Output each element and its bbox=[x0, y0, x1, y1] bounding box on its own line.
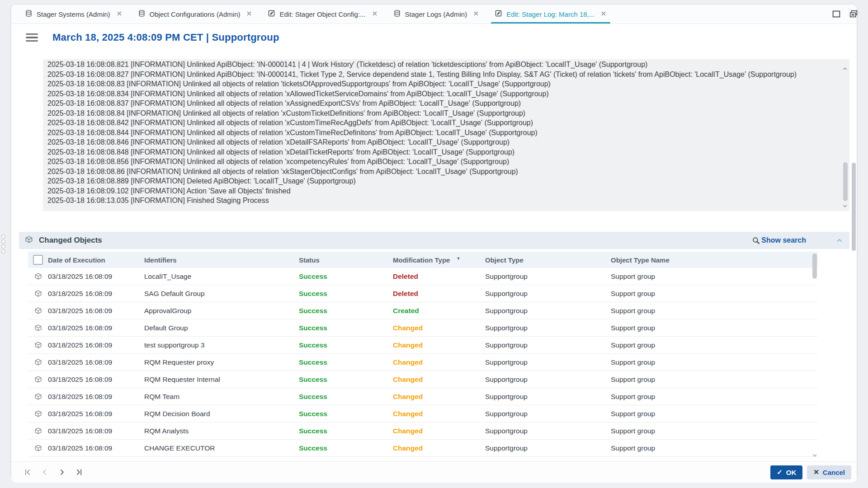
column-header-label: Object Type bbox=[485, 256, 524, 264]
row-status: Success bbox=[299, 272, 393, 281]
page-scrollbar-thumb[interactable] bbox=[852, 163, 856, 251]
column-header-modification-type[interactable]: Modification Type▼ bbox=[393, 256, 485, 264]
table-row-partial bbox=[28, 457, 818, 461]
row-identifier: RQM Requester proxy bbox=[144, 358, 299, 366]
row-modification-type: Deleted bbox=[393, 272, 485, 281]
column-header-date-of-execution[interactable]: Date of Execution bbox=[48, 256, 144, 264]
column-header-status[interactable]: Status bbox=[299, 256, 393, 264]
row-object-type-name: Support group bbox=[611, 307, 818, 315]
row-object-type: Supportgroup bbox=[485, 307, 611, 315]
row-identifier: SAG Default Group bbox=[144, 290, 299, 298]
table-scroll-down-icon[interactable] bbox=[811, 452, 818, 459]
table-row[interactable]: 03/18/2025 16:08:09ApprovalGroupSuccessC… bbox=[28, 302, 818, 319]
tab-close-icon[interactable] bbox=[370, 10, 378, 18]
ok-button[interactable]: ✓ OK bbox=[770, 465, 802, 479]
log-lines: 2025-03-18 16:08:08.821 [INFORMATION] Un… bbox=[43, 59, 849, 209]
last-page-icon[interactable] bbox=[74, 467, 85, 478]
log-line: 2025-03-18 16:08:08.846 [INFORMATION] Un… bbox=[47, 137, 824, 147]
select-all-checkbox[interactable] bbox=[33, 255, 43, 265]
previous-page-icon[interactable] bbox=[39, 467, 50, 478]
row-modification-type: Changed bbox=[393, 341, 485, 349]
log-line: 2025-03-18 16:08:08.848 [INFORMATION] Un… bbox=[47, 147, 824, 157]
row-status: Success bbox=[299, 307, 393, 315]
database-icon bbox=[393, 9, 401, 19]
tab-bar: Stager Systems (Admin)Object Configurati… bbox=[11, 5, 857, 24]
row-date: 03/18/2025 16:08:09 bbox=[48, 358, 144, 366]
tab-close-icon[interactable] bbox=[244, 10, 252, 18]
next-page-icon[interactable] bbox=[57, 467, 67, 478]
log-line: 2025-03-18 16:08:08.834 [INFORMATION] Un… bbox=[47, 89, 824, 99]
window-controls bbox=[831, 5, 859, 23]
tab-edit-stager-object-config[interactable]: Edit: Stager Object Config:... bbox=[268, 5, 377, 23]
header-checkbox-cell bbox=[28, 255, 48, 265]
row-date: 03/18/2025 16:08:09 bbox=[48, 307, 144, 315]
tab-label: Edit: Stager Object Config:... bbox=[279, 10, 365, 18]
table-row[interactable]: 03/18/2025 16:08:09RQM TeamSuccessChange… bbox=[28, 388, 818, 405]
column-header-label: Date of Execution bbox=[48, 256, 105, 264]
log-line: 2025-03-18 16:08:09.102 [INFORMATION] Ac… bbox=[47, 186, 824, 196]
edit-icon bbox=[268, 9, 275, 19]
show-search-button[interactable]: Show search bbox=[752, 236, 806, 245]
row-modification-type: Changed bbox=[393, 410, 485, 418]
table-row[interactable]: 03/18/2025 16:08:09RQM AnalystsSuccessCh… bbox=[28, 422, 818, 440]
log-line: 2025-03-18 16:08:13.035 [INFORMATION] Fi… bbox=[47, 196, 824, 206]
menu-icon[interactable] bbox=[25, 32, 39, 43]
row-modification-type: Changed bbox=[393, 375, 485, 384]
tab-label: Object Configurations (Admin) bbox=[150, 10, 241, 18]
table-row[interactable]: 03/18/2025 16:08:09test supportgroup 3Su… bbox=[28, 337, 818, 354]
table-row[interactable]: 03/18/2025 16:08:09CHANGE EXECUTORSucces… bbox=[28, 440, 818, 457]
log-output-panel[interactable]: 2025-03-18 16:08:08.821 [INFORMATION] Un… bbox=[43, 59, 849, 211]
log-scrollbar[interactable] bbox=[840, 59, 849, 211]
log-line: 2025-03-18 16:08:08.84 [INFORMATION] Unl… bbox=[47, 108, 824, 118]
table-row[interactable]: 03/18/2025 16:08:09SAG Default GroupSucc… bbox=[28, 285, 818, 302]
row-date: 03/18/2025 16:08:09 bbox=[48, 410, 144, 418]
tab-stager-logs-admin[interactable]: Stager Logs (Admin) bbox=[393, 5, 480, 23]
tab-close-icon[interactable] bbox=[471, 10, 479, 18]
tab-edit-stager-log-march-18[interactable]: Edit: Stager Log: March 18,... bbox=[495, 5, 607, 23]
page-title: March 18, 2025 4:08:09 PM CET | Supportg… bbox=[52, 32, 279, 43]
row-identifier: ApprovalGroup bbox=[144, 307, 299, 315]
staged-object-icon bbox=[28, 306, 48, 315]
tab-object-configurations-admin[interactable]: Object Configurations (Admin) bbox=[138, 5, 253, 23]
row-modification-type: Changed bbox=[393, 358, 485, 366]
first-page-icon[interactable] bbox=[22, 467, 33, 478]
row-object-type: Supportgroup bbox=[485, 290, 611, 298]
collapse-section-icon[interactable] bbox=[836, 237, 843, 244]
row-date: 03/18/2025 16:08:09 bbox=[48, 341, 144, 349]
stager-log-editor-window: Stager Systems (Admin)Object Configurati… bbox=[11, 5, 857, 478]
row-date: 03/18/2025 16:08:09 bbox=[48, 324, 144, 332]
close-all-windows-icon[interactable] bbox=[849, 9, 859, 19]
row-object-type: Supportgroup bbox=[485, 341, 611, 349]
cancel-button-label: Cancel bbox=[823, 469, 845, 476]
column-header-object-type-name[interactable]: Object Type Name bbox=[611, 256, 818, 264]
splitter-handle[interactable] bbox=[1, 235, 5, 253]
staged-object-icon bbox=[28, 324, 48, 332]
table-row[interactable]: 03/18/2025 16:08:09RQM Requester Interna… bbox=[28, 371, 818, 388]
cancel-button[interactable]: ✕ Cancel bbox=[807, 465, 851, 479]
row-date: 03/18/2025 16:08:09 bbox=[48, 375, 144, 384]
tab-close-icon[interactable] bbox=[599, 10, 607, 18]
staged-object-icon bbox=[28, 289, 48, 298]
column-header-object-type[interactable]: Object Type bbox=[485, 256, 611, 264]
tab-close-icon[interactable] bbox=[114, 10, 123, 18]
column-header-label: Object Type Name bbox=[611, 256, 670, 264]
row-date: 03/18/2025 16:08:09 bbox=[48, 272, 144, 281]
column-header-label: Status bbox=[299, 256, 320, 264]
tab-label: Edit: Stager Log: March 18,... bbox=[506, 10, 594, 18]
table-scrollbar-thumb[interactable] bbox=[812, 253, 817, 279]
row-object-type: Supportgroup bbox=[485, 427, 611, 435]
sort-descending-icon[interactable]: ▼ bbox=[456, 256, 460, 261]
table-row[interactable]: 03/18/2025 16:08:09RQM Decision BoardSuc… bbox=[28, 405, 818, 422]
column-header-identifiers[interactable]: Identifiers bbox=[144, 256, 299, 264]
table-row[interactable]: 03/18/2025 16:08:09LocalIT_UsageSuccessD… bbox=[28, 268, 818, 285]
row-object-type-name: Support group bbox=[611, 341, 818, 349]
row-object-type: Supportgroup bbox=[485, 393, 611, 401]
table-row[interactable]: 03/18/2025 16:08:09RQM Requester proxySu… bbox=[28, 354, 818, 371]
table-row[interactable]: 03/18/2025 16:08:09Default GroupSuccessC… bbox=[28, 319, 818, 337]
edit-icon bbox=[495, 9, 502, 19]
staged-object-icon bbox=[28, 358, 48, 366]
log-scrollbar-thumb[interactable] bbox=[843, 162, 848, 201]
row-identifier: LocalIT_Usage bbox=[144, 272, 299, 281]
tab-stager-systems-admin[interactable]: Stager Systems (Admin) bbox=[25, 5, 123, 23]
maximize-icon[interactable] bbox=[831, 9, 841, 19]
